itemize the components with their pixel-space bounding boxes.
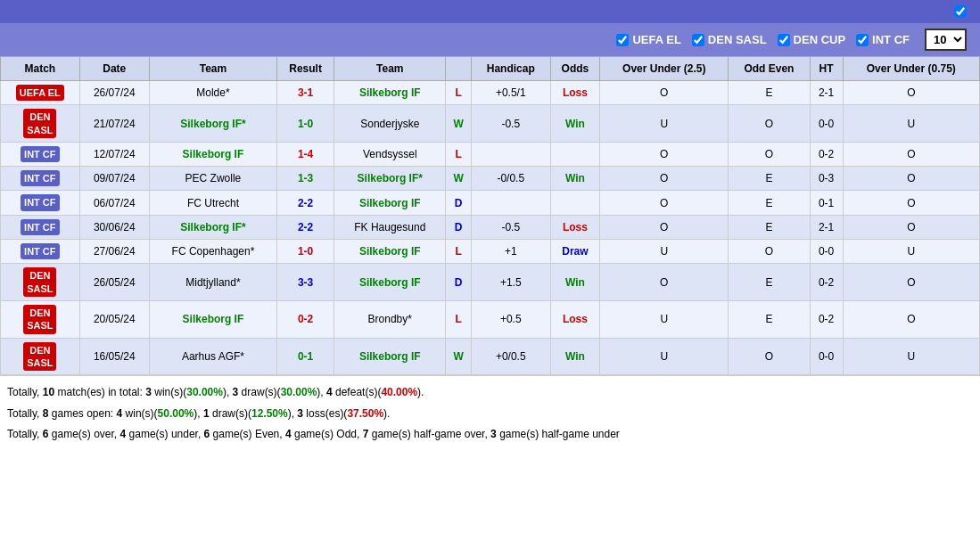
match-date: 27/06/24 bbox=[79, 240, 149, 264]
match-badge: INT CF bbox=[1, 142, 80, 166]
match-badge: DENSASL bbox=[1, 105, 80, 143]
col-team1: Team bbox=[149, 57, 276, 81]
filter-uefa-el-label: UEFA EL bbox=[632, 33, 680, 46]
handicap: -0/0.5 bbox=[471, 167, 550, 191]
over-under-25: U bbox=[600, 300, 729, 338]
match-result: 1-3 bbox=[276, 167, 334, 191]
over-under-075: O bbox=[843, 81, 979, 105]
team1-name: PEC Zwolle bbox=[149, 167, 276, 191]
col-result: Result bbox=[276, 57, 334, 81]
odds: Win bbox=[550, 167, 600, 191]
team1-name: Silkeborg IF bbox=[149, 300, 276, 338]
team2-name: Silkeborg IF bbox=[334, 240, 446, 264]
match-badge: INT CF bbox=[1, 240, 80, 264]
match-date: 26/05/24 bbox=[79, 264, 149, 301]
table-row: INT CF 12/07/24 Silkeborg IF 1-4 Vendsys… bbox=[1, 142, 980, 166]
col-wdl bbox=[446, 57, 472, 81]
odd-even: E bbox=[729, 81, 810, 105]
handicap: +0/0.5 bbox=[471, 338, 550, 375]
last-games-select[interactable]: 5 10 15 20 25 30 bbox=[925, 29, 967, 51]
filter-int-cf-checkbox[interactable] bbox=[856, 34, 869, 46]
handicap bbox=[471, 191, 550, 215]
odd-even: E bbox=[729, 264, 810, 301]
wdl: W bbox=[446, 167, 472, 191]
filter-den-cup-checkbox[interactable] bbox=[778, 34, 790, 46]
over-under-075: O bbox=[843, 300, 979, 338]
filter-int-cf: INT CF bbox=[856, 33, 910, 46]
display-notes-checkbox[interactable] bbox=[954, 5, 967, 18]
team2-name: Silkeborg IF bbox=[334, 81, 446, 105]
filter-den-sasl-label: DEN SASL bbox=[708, 33, 767, 46]
match-result: 1-4 bbox=[276, 142, 334, 166]
match-date: 12/07/24 bbox=[79, 142, 149, 166]
handicap: +0.5 bbox=[471, 300, 550, 338]
handicap: +1 bbox=[471, 240, 550, 264]
team2-name: Vendsyssel bbox=[334, 142, 446, 166]
wdl: D bbox=[446, 215, 472, 239]
scores-table: Match Date Team Result Team Handicap Odd… bbox=[0, 56, 980, 375]
ht-score: 0-0 bbox=[810, 338, 843, 375]
match-date: 16/05/24 bbox=[79, 338, 149, 375]
odd-even: O bbox=[729, 240, 810, 264]
match-date: 06/07/24 bbox=[79, 191, 149, 215]
footer-line2: Totally, 8 games open: 4 win(s)(50.00%),… bbox=[7, 405, 973, 424]
match-result: 1-0 bbox=[276, 105, 334, 143]
filter-den-sasl-checkbox[interactable] bbox=[692, 34, 704, 46]
team1-name: Silkeborg IF* bbox=[149, 105, 276, 143]
team2-name: Brondby* bbox=[334, 300, 446, 338]
match-date: 21/07/24 bbox=[79, 105, 149, 143]
team1-name: Silkeborg IF* bbox=[149, 215, 276, 239]
over-under-25: O bbox=[600, 81, 729, 105]
odds: Draw bbox=[550, 240, 600, 264]
wdl: L bbox=[446, 81, 472, 105]
wdl: L bbox=[446, 240, 472, 264]
filter-uefa-el-checkbox[interactable] bbox=[616, 34, 629, 46]
team1-name: Silkeborg IF bbox=[149, 142, 276, 166]
footer-line1: Totally, 10 match(es) in total: 3 win(s)… bbox=[7, 383, 973, 403]
wdl: W bbox=[446, 105, 472, 143]
table-row: DENSASL 20/05/24 Silkeborg IF 0-2 Brondb… bbox=[1, 300, 980, 338]
odd-even: E bbox=[729, 167, 810, 191]
handicap: -0.5 bbox=[471, 215, 550, 239]
over-under-075: O bbox=[843, 142, 979, 166]
odd-even: E bbox=[729, 191, 810, 215]
match-badge: UEFA EL bbox=[1, 81, 80, 105]
header bbox=[0, 0, 980, 23]
filter-uefa-el: UEFA EL bbox=[616, 33, 680, 46]
handicap: -0.5 bbox=[471, 105, 550, 143]
handicap bbox=[471, 142, 550, 166]
table-row: DENSASL 21/07/24 Silkeborg IF* 1-0 Sonde… bbox=[1, 105, 980, 143]
over-under-25: U bbox=[600, 338, 729, 375]
match-badge: DENSASL bbox=[1, 338, 80, 375]
match-date: 20/05/24 bbox=[79, 300, 149, 338]
odds bbox=[550, 142, 600, 166]
ht-score: 0-0 bbox=[810, 105, 843, 143]
over-under-25: U bbox=[600, 105, 729, 143]
filter-den-cup-label: DEN CUP bbox=[794, 33, 846, 46]
over-under-075: U bbox=[843, 105, 979, 143]
match-result: 3-1 bbox=[276, 81, 334, 105]
col-date: Date bbox=[79, 57, 149, 81]
over-under-075: O bbox=[843, 215, 979, 239]
team2-name: Sonderjyske bbox=[334, 105, 446, 143]
match-badge: INT CF bbox=[1, 167, 80, 191]
col-odd-even: Odd Even bbox=[729, 57, 810, 81]
match-badge: DENSASL bbox=[1, 264, 80, 301]
last-games-container: 5 10 15 20 25 30 bbox=[920, 29, 971, 51]
wdl: W bbox=[446, 338, 472, 375]
col-over-under-075: Over Under (0.75) bbox=[843, 57, 979, 81]
team1-name: FC Copenhagen* bbox=[149, 240, 276, 264]
col-over-under-25: Over Under (2.5) bbox=[600, 57, 729, 81]
match-result: 0-2 bbox=[276, 300, 334, 338]
match-date: 26/07/24 bbox=[79, 81, 149, 105]
odds: Win bbox=[550, 105, 600, 143]
over-under-075: U bbox=[843, 240, 979, 264]
wdl: D bbox=[446, 264, 472, 301]
team1-name: FC Utrecht bbox=[149, 191, 276, 215]
match-date: 09/07/24 bbox=[79, 167, 149, 191]
display-notes-container bbox=[954, 5, 971, 18]
over-under-075: O bbox=[843, 264, 979, 301]
ht-score: 2-1 bbox=[810, 81, 843, 105]
col-ht: HT bbox=[810, 57, 843, 81]
odds: Loss bbox=[550, 215, 600, 239]
